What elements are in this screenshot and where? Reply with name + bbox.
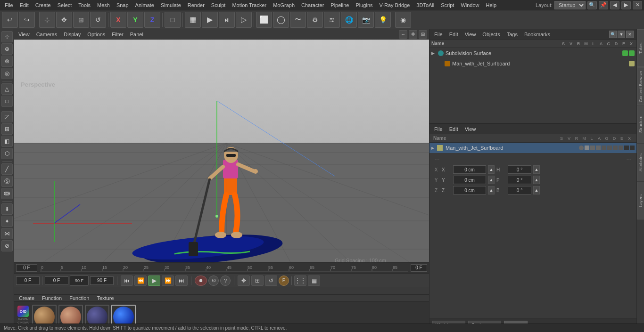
attr-z-pos[interactable] bbox=[453, 186, 486, 194]
attr-x-h-arrow[interactable]: ▲ bbox=[533, 165, 540, 174]
menu-3dtoall[interactable]: 3DToAll bbox=[413, 1, 437, 9]
vp-menu-cameras[interactable]: Cameras bbox=[34, 31, 60, 38]
undo-button[interactable]: ↩ bbox=[2, 12, 18, 28]
lt-tool-14[interactable]: ⬇ bbox=[1, 203, 13, 215]
menu-edit[interactable]: Edit bbox=[17, 1, 32, 9]
lt-tool-3[interactable]: ⊗ bbox=[1, 56, 13, 67]
menu-render[interactable]: Render bbox=[185, 1, 207, 9]
render-region-button[interactable]: ▦ bbox=[185, 12, 201, 28]
matbar-texture[interactable]: Texture bbox=[95, 295, 116, 301]
menu-simulate[interactable]: Simulate bbox=[158, 1, 184, 9]
obj-check-2[interactable] bbox=[629, 50, 635, 56]
menu-create[interactable]: Create bbox=[33, 1, 54, 9]
matbar-function2[interactable]: Function bbox=[67, 295, 91, 301]
attr-selected-obj[interactable]: ▶ Man_with_Jet_Surfboard bbox=[429, 143, 636, 153]
arrow-right-btn[interactable]: ▶ bbox=[621, 1, 631, 9]
vp-menu-view[interactable]: View bbox=[16, 31, 32, 38]
attr-status-3[interactable] bbox=[590, 146, 595, 150]
obj-row-subdivision[interactable]: ▶ Subdivision Surface bbox=[429, 48, 636, 58]
menu-window[interactable]: Window bbox=[458, 1, 482, 9]
tab-takes[interactable]: Takes bbox=[637, 29, 644, 67]
attr-y-p-arrow[interactable]: ▲ bbox=[533, 176, 540, 184]
x-axis-button[interactable]: X bbox=[110, 12, 126, 28]
attr-file[interactable]: File bbox=[432, 126, 445, 132]
attr-x-pos-arrow[interactable]: ▲ bbox=[488, 165, 495, 174]
key-param-button[interactable]: P bbox=[279, 275, 289, 286]
tab-content-browser[interactable]: Content Browser bbox=[637, 67, 644, 105]
arrow-left-btn[interactable]: ◀ bbox=[610, 1, 619, 9]
menu-pipeline[interactable]: Pipeline bbox=[328, 1, 352, 9]
menu-plugins[interactable]: Plugins bbox=[353, 1, 375, 9]
obj-color-man[interactable] bbox=[629, 61, 635, 66]
timeline-dots-button[interactable]: ⋮⋮ bbox=[294, 275, 306, 286]
key-scale-button[interactable]: ⊞ bbox=[251, 275, 264, 286]
goto-end-button[interactable]: ⏭ bbox=[175, 275, 188, 286]
close-btn[interactable]: ✕ bbox=[633, 1, 642, 9]
z-axis-button[interactable]: Z bbox=[144, 12, 160, 28]
search-btn[interactable]: 🔍 bbox=[587, 1, 597, 9]
render-anim-button[interactable]: ⏯ bbox=[219, 12, 235, 28]
attr-y-p[interactable] bbox=[508, 176, 531, 184]
cube-button[interactable]: ⬜ bbox=[256, 12, 272, 28]
end-frame-display[interactable] bbox=[411, 264, 427, 272]
attr-status-5[interactable] bbox=[602, 146, 606, 150]
matbar-function[interactable]: Function bbox=[40, 295, 64, 301]
om-tags[interactable]: Tags bbox=[505, 31, 520, 38]
attr-x-h[interactable] bbox=[508, 165, 531, 174]
attr-z-pos-arrow[interactable]: ▲ bbox=[488, 186, 495, 194]
menu-sculpt[interactable]: Sculpt bbox=[208, 1, 229, 9]
om-close-btn[interactable]: ✕ bbox=[626, 31, 634, 38]
attr-status-7[interactable] bbox=[613, 146, 618, 150]
light-button[interactable]: 💡 bbox=[375, 12, 391, 28]
lt-tool-2[interactable]: ⊕ bbox=[1, 43, 13, 55]
key-rotate-button[interactable]: ↺ bbox=[265, 275, 277, 286]
attr-x-pos[interactable] bbox=[453, 165, 486, 174]
spline-button[interactable]: 〜 bbox=[290, 12, 306, 28]
environment-button[interactable]: 🌐 bbox=[341, 12, 357, 28]
vp-icon-2[interactable]: ✥ bbox=[409, 30, 417, 39]
lt-tool-9[interactable]: ◧ bbox=[1, 136, 13, 147]
lt-tool-6[interactable]: □ bbox=[1, 96, 13, 107]
menu-file[interactable]: File bbox=[2, 1, 16, 9]
lt-tool-13[interactable]: ↈ bbox=[1, 188, 13, 199]
vp-menu-filter[interactable]: Filter bbox=[109, 31, 125, 38]
om-edit[interactable]: Edit bbox=[447, 31, 460, 38]
om-view[interactable]: View bbox=[463, 31, 478, 38]
lt-tool-1[interactable]: ⊹ bbox=[1, 31, 13, 42]
viewport[interactable]: Perspective Grid Spacing : 100 cm bbox=[14, 40, 429, 262]
play-button[interactable]: ▶ bbox=[148, 275, 160, 286]
lt-tool-4[interactable]: ◎ bbox=[1, 68, 13, 79]
tab-attributes[interactable]: Attributes bbox=[637, 144, 644, 181]
attr-status-8[interactable] bbox=[619, 146, 623, 150]
timeline-mode-button[interactable]: ▦ bbox=[308, 275, 320, 286]
camera-button[interactable]: 📷 bbox=[358, 12, 374, 28]
menu-tools[interactable]: Tools bbox=[75, 1, 93, 9]
attr-view[interactable]: View bbox=[463, 126, 478, 132]
attr-z-b-arrow[interactable]: ▲ bbox=[533, 186, 540, 194]
rotate-tool-button[interactable]: ↺ bbox=[90, 12, 106, 28]
auto-key-button[interactable]: ⊙ bbox=[208, 275, 219, 286]
menu-character[interactable]: Character bbox=[298, 1, 327, 9]
current-frame-input[interactable] bbox=[16, 264, 37, 272]
obj-check-1[interactable] bbox=[622, 50, 628, 56]
attr-y-pos-arrow[interactable]: ▲ bbox=[488, 176, 495, 184]
move-tool-button[interactable]: ✥ bbox=[56, 12, 72, 28]
lt-tool-8[interactable]: ⊞ bbox=[1, 123, 13, 135]
om-filter-btn[interactable]: ▼ bbox=[618, 31, 625, 38]
om-objects[interactable]: Objects bbox=[480, 31, 502, 38]
goto-start-button[interactable]: ⏮ bbox=[121, 275, 133, 286]
generator-button[interactable]: ⚙ bbox=[307, 12, 323, 28]
vp-menu-panel[interactable]: Panel bbox=[128, 31, 146, 38]
y-axis-button[interactable]: Y bbox=[127, 12, 143, 28]
circle-button[interactable]: ◯ bbox=[273, 12, 289, 28]
menu-mograph[interactable]: MoGraph bbox=[270, 1, 297, 9]
select-tool-button[interactable]: ⊹ bbox=[39, 12, 55, 28]
deformer-button[interactable]: ≋ bbox=[324, 12, 340, 28]
menu-vray[interactable]: V-Ray Bridge bbox=[377, 1, 413, 9]
render-button[interactable]: ▷ bbox=[236, 12, 252, 28]
lt-tool-15[interactable]: ✦ bbox=[1, 216, 13, 227]
playbar-current-frame[interactable] bbox=[16, 276, 40, 285]
menu-motion-tracker[interactable]: Motion Tracker bbox=[229, 1, 269, 9]
menu-snap[interactable]: Snap bbox=[114, 1, 132, 9]
tab-structure[interactable]: Structure bbox=[637, 105, 644, 143]
